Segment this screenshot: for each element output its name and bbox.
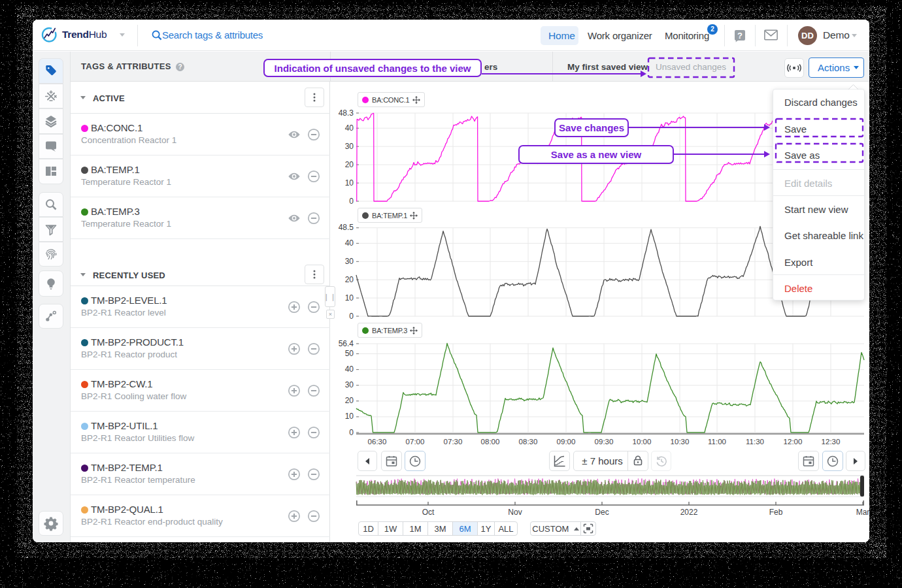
svg-text:20: 20 (345, 275, 354, 284)
svg-text:09:30: 09:30 (595, 438, 614, 446)
svg-text:11:00: 11:00 (708, 438, 726, 446)
svg-text:0: 0 (349, 197, 354, 206)
svg-text:48.5: 48.5 (339, 223, 354, 232)
svg-text:?: ? (737, 31, 743, 41)
svg-text:07:30: 07:30 (444, 438, 463, 446)
svg-text:50: 50 (345, 349, 354, 358)
svg-text:08:00: 08:00 (481, 438, 500, 446)
svg-text:48.3: 48.3 (339, 108, 354, 118)
svg-text:10: 10 (345, 412, 354, 421)
svg-text:12:00: 12:00 (784, 438, 803, 446)
svg-text:10: 10 (345, 178, 354, 188)
svg-text:06:30: 06:30 (368, 438, 387, 446)
svg-text:08:30: 08:30 (519, 438, 538, 446)
svg-text:Dec: Dec (595, 508, 609, 517)
svg-text:40: 40 (345, 123, 354, 133)
svg-text:30: 30 (345, 142, 354, 151)
svg-text:40: 40 (345, 238, 354, 248)
svg-text:10: 10 (345, 293, 354, 302)
svg-text:Oct: Oct (422, 508, 435, 517)
svg-text:Mar: Mar (856, 508, 869, 517)
svg-text:30: 30 (345, 380, 354, 389)
svg-text:09:00: 09:00 (557, 438, 576, 446)
svg-text:Feb: Feb (769, 508, 783, 517)
svg-text:10:00: 10:00 (633, 438, 652, 446)
svg-text:11:30: 11:30 (746, 438, 764, 446)
svg-text:0: 0 (349, 428, 354, 437)
svg-text:Nov: Nov (508, 508, 522, 517)
svg-text:40: 40 (345, 365, 354, 374)
svg-text:0: 0 (349, 312, 354, 321)
svg-text:07:00: 07:00 (406, 438, 425, 446)
svg-text:30: 30 (345, 257, 354, 266)
svg-text:20: 20 (345, 396, 354, 405)
svg-text:12:30: 12:30 (822, 438, 841, 446)
svg-text:56.4: 56.4 (339, 339, 354, 348)
svg-text:20: 20 (345, 160, 354, 169)
svg-text:2022: 2022 (680, 508, 698, 517)
svg-text:10:30: 10:30 (671, 438, 690, 446)
